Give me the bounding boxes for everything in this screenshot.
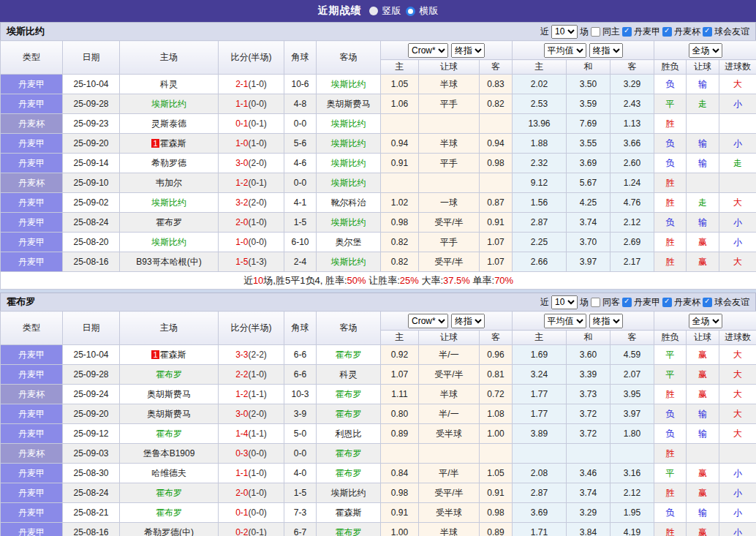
away-team-name[interactable]: 霍布罗 [336, 448, 362, 458]
league-filter-checkbox[interactable] [703, 27, 712, 37]
final-odds-select-2[interactable]: 终指 [589, 314, 623, 328]
home-team-cell[interactable]: 1霍森斯 [120, 134, 219, 154]
home-team-name[interactable]: 霍布罗 [156, 217, 182, 227]
away-team-cell[interactable]: 奥尔堡 [317, 233, 381, 252]
away-team-name[interactable]: 利恩比 [336, 429, 362, 439]
home-team-cell[interactable]: 1霍森斯 [120, 345, 219, 365]
away-team-cell[interactable]: 埃斯比约 [317, 173, 381, 193]
match-count-select[interactable]: 10 [551, 295, 578, 309]
away-team-cell[interactable]: 靴尔科治 [317, 193, 381, 213]
home-team-cell[interactable]: 韦加尔 [120, 173, 219, 193]
bookmaker-select[interactable]: Crow* [408, 314, 448, 328]
home-team-name[interactable]: 霍布罗 [156, 507, 182, 518]
away-team-cell[interactable]: 埃斯比约 [317, 252, 381, 272]
home-team-name[interactable]: 奥胡斯费马 [147, 389, 191, 399]
league-filter-checkbox[interactable] [662, 27, 672, 37]
home-team-cell[interactable]: 埃斯比约 [120, 193, 219, 213]
league-filter-checkbox[interactable] [662, 298, 672, 307]
away-team-name[interactable]: 霍布罗 [336, 389, 362, 399]
average-select[interactable]: 平均值 [544, 314, 586, 328]
home-team-cell[interactable]: 霍布罗 [120, 365, 219, 385]
home-team-name[interactable]: 希勒罗德(中) [144, 527, 194, 536]
final-odds-select-2[interactable]: 终指 [589, 43, 623, 58]
away-team-name[interactable]: 埃斯比约 [331, 118, 366, 129]
league-filter-label[interactable]: 丹麦杯 [674, 26, 700, 38]
away-team-name[interactable]: 靴尔科治 [331, 197, 366, 208]
away-team-name[interactable]: 埃斯比约 [331, 488, 366, 498]
home-team-cell[interactable]: 哈维德夫 [120, 464, 219, 483]
league-filter-checkbox[interactable] [703, 298, 712, 307]
final-odds-select[interactable]: 终指 [451, 43, 485, 58]
scope-select[interactable]: 全场 [689, 43, 722, 58]
home-team-name[interactable]: 霍布罗 [156, 429, 182, 439]
away-team-name[interactable]: 霍布罗 [336, 527, 362, 536]
horizontal-layout-radio-icon[interactable] [406, 7, 415, 16]
home-team-cell[interactable]: 奥胡斯费马 [120, 385, 219, 404]
home-team-cell[interactable]: 霍布罗 [120, 424, 219, 444]
match-count-select[interactable]: 10 [551, 25, 578, 39]
home-team-name[interactable]: 韦加尔 [156, 178, 182, 188]
home-team-name[interactable]: 堡鲁本B1909 [143, 448, 195, 458]
average-select[interactable]: 平均值 [544, 43, 586, 58]
home-team-name[interactable]: 科灵 [160, 79, 178, 89]
away-team-name[interactable]: 埃斯比约 [331, 178, 366, 188]
home-team-cell[interactable]: 希勒罗德 [120, 154, 219, 173]
home-team-name[interactable]: 霍森斯 [160, 138, 186, 148]
home-team-name[interactable]: 灵斯泰德 [151, 118, 186, 129]
away-team-cell[interactable]: 霍布罗 [317, 404, 381, 424]
away-team-name[interactable]: 埃斯比约 [331, 158, 366, 168]
home-team-cell[interactable]: 科灵 [120, 75, 219, 94]
away-team-name[interactable]: 科灵 [340, 369, 358, 380]
scope-select[interactable]: 全场 [689, 314, 722, 328]
away-team-name[interactable]: 埃斯比约 [331, 138, 366, 148]
away-team-name[interactable]: 埃斯比约 [331, 79, 366, 89]
away-team-cell[interactable]: 埃斯比约 [317, 114, 381, 134]
home-team-name[interactable]: 奥胡斯费马 [147, 409, 191, 419]
home-team-cell[interactable]: 灵斯泰德 [120, 114, 219, 134]
away-team-cell[interactable]: 埃斯比约 [317, 154, 381, 173]
away-team-cell[interactable]: 埃斯比约 [317, 134, 381, 154]
home-team-cell[interactable]: 希勒罗德(中) [120, 523, 219, 536]
home-team-cell[interactable]: 埃斯比约 [120, 94, 219, 114]
home-team-cell[interactable]: 埃斯比约 [120, 233, 219, 252]
away-team-name[interactable]: 奥尔堡 [336, 237, 362, 247]
horizontal-layout-radio-label[interactable]: 横版 [420, 4, 439, 18]
away-team-name[interactable]: 霍布罗 [336, 409, 362, 419]
final-odds-select[interactable]: 终指 [451, 314, 485, 328]
home-team-cell[interactable]: 霍布罗 [120, 483, 219, 503]
league-filter-label[interactable]: 丹麦甲 [634, 26, 660, 38]
same-venue-checkbox[interactable] [591, 27, 600, 37]
away-team-name[interactable]: 奥胡斯费马 [327, 99, 371, 109]
same-venue-label[interactable]: 同客 [602, 296, 620, 309]
vertical-layout-radio-icon[interactable] [369, 7, 378, 15]
same-venue-checkbox[interactable] [591, 298, 600, 307]
league-filter-label[interactable]: 球会友谊 [714, 296, 749, 309]
away-team-cell[interactable]: 霍布罗 [317, 444, 381, 464]
home-team-name[interactable]: 希勒罗德 [151, 158, 186, 168]
away-team-cell[interactable]: 奥胡斯费马 [317, 94, 381, 114]
home-team-name[interactable]: 霍布罗 [156, 488, 182, 498]
home-team-name[interactable]: 霍森斯 [160, 350, 186, 360]
away-team-cell[interactable]: 霍布罗 [317, 385, 381, 404]
league-filter-label[interactable]: 丹麦甲 [634, 296, 660, 309]
league-filter-checkbox[interactable] [622, 27, 632, 37]
away-team-cell[interactable]: 霍布罗 [317, 523, 381, 536]
home-team-name[interactable]: 霍布罗 [156, 369, 182, 380]
home-team-cell[interactable]: 堡鲁本B1909 [120, 444, 219, 464]
away-team-cell[interactable]: 霍森斯 [317, 503, 381, 523]
home-team-name[interactable]: B93哥本哈根(中) [136, 257, 201, 267]
home-team-name[interactable]: 埃斯比约 [151, 197, 186, 208]
away-team-cell[interactable]: 霍布罗 [317, 464, 381, 483]
vertical-layout-radio-label[interactable]: 竖版 [382, 4, 401, 18]
away-team-cell[interactable]: 埃斯比约 [317, 213, 381, 233]
away-team-cell[interactable]: 利恩比 [317, 424, 381, 444]
away-team-name[interactable]: 霍布罗 [336, 350, 362, 360]
home-team-cell[interactable]: 霍布罗 [120, 503, 219, 523]
bookmaker-select[interactable]: Crow* [408, 43, 448, 58]
home-team-cell[interactable]: 奥胡斯费马 [120, 404, 219, 424]
home-team-cell[interactable]: 霍布罗 [120, 213, 219, 233]
league-filter-label[interactable]: 球会友谊 [714, 26, 749, 38]
away-team-cell[interactable]: 霍布罗 [317, 345, 381, 365]
away-team-cell[interactable]: 埃斯比约 [317, 483, 381, 503]
away-team-name[interactable]: 埃斯比约 [331, 217, 366, 227]
